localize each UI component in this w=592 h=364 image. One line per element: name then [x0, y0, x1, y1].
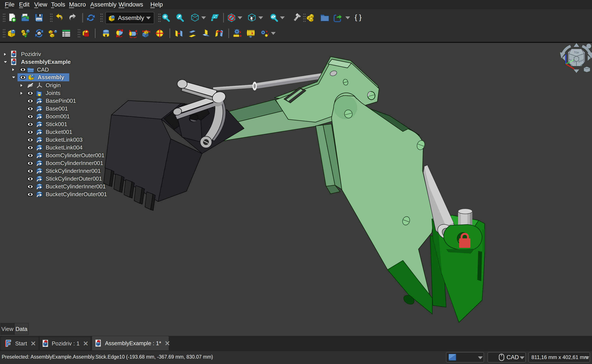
svg-text:{ }: { } — [355, 13, 362, 21]
